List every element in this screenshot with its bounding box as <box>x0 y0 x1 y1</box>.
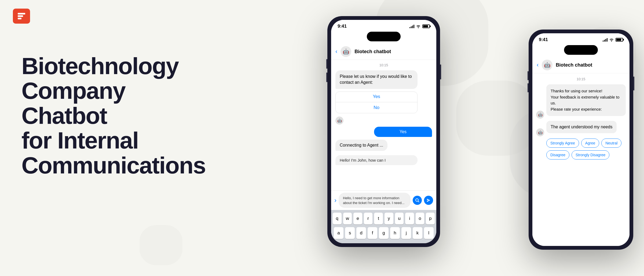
feedback-text: Thanks for using our service!Your feedba… <box>551 89 619 111</box>
likert-disagree[interactable]: Disagree <box>546 150 569 159</box>
likert-strongly-agree[interactable]: Strongly Agree <box>546 139 579 148</box>
option-no[interactable]: No <box>336 102 417 113</box>
agent-understood-row: 🤖 The agent understood my needs <box>536 121 626 136</box>
status-bar-1: 9:41 <box>331 20 436 31</box>
key-e[interactable]: e <box>353 213 362 224</box>
options-box-1[interactable]: Yes No <box>335 92 418 113</box>
keyboard-1: q w e r t y u i o p a s d f g h <box>331 210 436 243</box>
key-r[interactable]: r <box>364 213 373 224</box>
signal-icon <box>409 24 414 28</box>
feedback-message: Thanks for using our service!Your feedba… <box>546 84 626 116</box>
battery-icon-2 <box>616 38 623 42</box>
signal-icon-2 <box>603 38 608 42</box>
bot-avatar-row-1: 🤖 <box>335 117 432 125</box>
status-time-2: 9:41 <box>539 37 548 42</box>
key-k[interactable]: k <box>413 227 422 239</box>
battery-icon <box>422 24 430 28</box>
phone-2: 9:41 <box>529 30 633 250</box>
phone-1: 9:41 <box>327 16 440 247</box>
phone2-vol-up <box>528 71 529 80</box>
agent-understood-message: The agent understood my needs <box>546 121 617 133</box>
key-l[interactable]: l <box>424 227 434 239</box>
chat-name-1: Biotech chatbot <box>354 49 391 55</box>
status-icons-2 <box>603 38 623 42</box>
likert-row-2: Disagree Strongly Disagree <box>546 150 626 159</box>
chat-body-1: 10:15 Please let us know if you would li… <box>331 60 436 190</box>
chat-header-2: ‹ 🤖 Biotech chatbot <box>532 57 630 73</box>
svg-rect-1 <box>18 15 23 17</box>
key-t[interactable]: t <box>374 213 383 224</box>
key-d[interactable]: d <box>356 227 366 239</box>
phone2-vol-down <box>528 83 529 92</box>
likert-neutral[interactable]: Neutral <box>601 139 621 148</box>
key-u[interactable]: u <box>395 213 404 224</box>
svg-line-4 <box>418 201 419 202</box>
input-field-1[interactable]: Hello, I need to get more information ab… <box>339 193 411 208</box>
headline-line4: Communications <box>21 152 206 179</box>
headline-line2: Company Chatbot <box>21 77 125 129</box>
key-w[interactable]: w <box>343 213 352 224</box>
bot-message-1: Please let us know if you would like to … <box>335 70 418 89</box>
dynamic-island-1 <box>367 32 401 41</box>
key-i[interactable]: i <box>405 213 414 224</box>
wifi-icon-2 <box>609 38 614 42</box>
back-arrow-2[interactable]: ‹ <box>537 61 539 68</box>
key-o[interactable]: o <box>416 213 425 224</box>
likert-strongly-disagree[interactable]: Strongly Disagree <box>572 150 609 159</box>
key-s[interactable]: s <box>345 227 355 239</box>
svg-rect-2 <box>18 18 21 19</box>
headline: Biotechnology Company Chatbot for Intern… <box>21 54 204 178</box>
key-g[interactable]: g <box>379 227 389 239</box>
input-bar-1: › Hello, I need to get more information … <box>331 190 436 210</box>
phone2-power <box>633 77 634 90</box>
power-button <box>440 64 441 79</box>
send-button[interactable] <box>424 196 433 205</box>
key-h[interactable]: h <box>390 227 400 239</box>
likert-agree[interactable]: Agree <box>581 139 599 148</box>
expand-icon[interactable]: › <box>334 197 336 204</box>
search-button[interactable] <box>413 196 422 205</box>
bot-avatar-1: 🤖 <box>341 46 351 57</box>
kb-row-2: a s d f g h j k l <box>333 227 435 239</box>
key-a[interactable]: a <box>334 227 343 239</box>
vol-up-button <box>326 59 327 69</box>
kb-row-1: q w e r t y u i o p <box>333 213 435 224</box>
back-arrow-1[interactable]: ‹ <box>335 48 337 55</box>
headline-line1: Biotechnology <box>21 53 178 79</box>
wifi-icon <box>416 24 421 28</box>
key-f[interactable]: f <box>368 227 377 239</box>
status-icons-1 <box>409 24 430 28</box>
connecting-message: Connecting to Agent ... <box>335 140 387 151</box>
vol-down-button <box>326 72 327 82</box>
headline-line3: for Internal <box>21 127 138 154</box>
key-p[interactable]: p <box>426 213 435 224</box>
chat-header-1: ‹ 🤖 Biotech chatbot <box>331 43 436 60</box>
mini-avatar-1: 🤖 <box>335 117 343 125</box>
chat-time-2: 10:15 <box>536 77 626 81</box>
status-bar-2: 9:41 <box>532 33 630 44</box>
feedback-row: 🤖 Thanks for using our service!Your feed… <box>536 84 626 119</box>
logo <box>13 9 30 24</box>
connecting-row: Connecting to Agent ... <box>335 140 432 153</box>
likert-row-1: Strongly Agree Agree Neutral <box>546 139 626 148</box>
chat-time-1: 10:15 <box>335 63 432 67</box>
user-reply-yes: Yes <box>374 127 432 137</box>
chat-body-2: 10:15 🤖 Thanks for using our service!You… <box>532 73 630 246</box>
key-q[interactable]: q <box>333 213 342 224</box>
key-j[interactable]: j <box>401 227 411 239</box>
svg-rect-0 <box>18 13 25 14</box>
status-time-1: 9:41 <box>338 24 347 29</box>
likert-container: Strongly Agree Agree Neutral Disagree <box>536 139 626 159</box>
mini-avatar-3: 🤖 <box>536 128 544 136</box>
svg-point-3 <box>416 199 418 201</box>
preview-message: Hello! I'm John, how can I <box>335 155 418 165</box>
bot-avatar-2: 🤖 <box>542 60 552 70</box>
option-yes[interactable]: Yes <box>336 92 417 102</box>
phones-container: 9:41 <box>268 0 644 276</box>
dynamic-island-2 <box>564 45 598 55</box>
key-y[interactable]: y <box>385 213 393 224</box>
chat-name-2: Biotech chatbot <box>556 62 592 68</box>
svg-marker-5 <box>427 199 430 202</box>
mini-avatar-2: 🤖 <box>536 111 544 119</box>
